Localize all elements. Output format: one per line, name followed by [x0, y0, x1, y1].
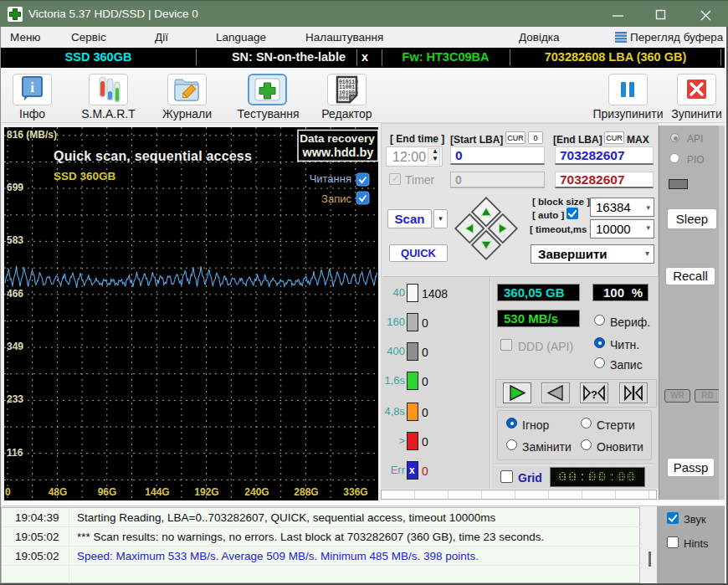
svg-text:233: 233: [7, 393, 23, 405]
svg-text:240G: 240G: [244, 486, 269, 498]
svg-text:Data recovery: Data recovery: [300, 132, 375, 145]
svg-text:96G: 96G: [98, 486, 117, 498]
svg-text:699: 699: [7, 182, 23, 193]
svg-text:349: 349: [7, 341, 23, 352]
svg-text:i: i: [30, 80, 34, 95]
svg-text:?: ?: [591, 388, 597, 401]
svg-text:Запис: Запис: [321, 192, 351, 205]
svg-text:288G: 288G: [294, 486, 318, 498]
svg-text:583: 583: [7, 234, 23, 246]
svg-text:Читання: Читання: [310, 172, 351, 185]
svg-text:116: 116: [7, 447, 23, 459]
svg-text:0001: 0001: [339, 95, 352, 101]
svg-text:www.hdd.by: www.hdd.by: [302, 146, 374, 159]
svg-text:816 (MB/s): 816 (MB/s): [7, 129, 57, 141]
svg-text:144G: 144G: [145, 486, 169, 498]
svg-text:SSD 360GB: SSD 360GB: [54, 170, 116, 182]
svg-text:336G: 336G: [343, 486, 367, 498]
svg-text:0: 0: [5, 486, 11, 498]
svg-text:48G: 48G: [49, 486, 68, 498]
svg-text:192G: 192G: [194, 486, 218, 498]
svg-text:466: 466: [7, 288, 23, 300]
svg-text:Quick scan, sequential access: Quick scan, sequential access: [54, 149, 252, 163]
